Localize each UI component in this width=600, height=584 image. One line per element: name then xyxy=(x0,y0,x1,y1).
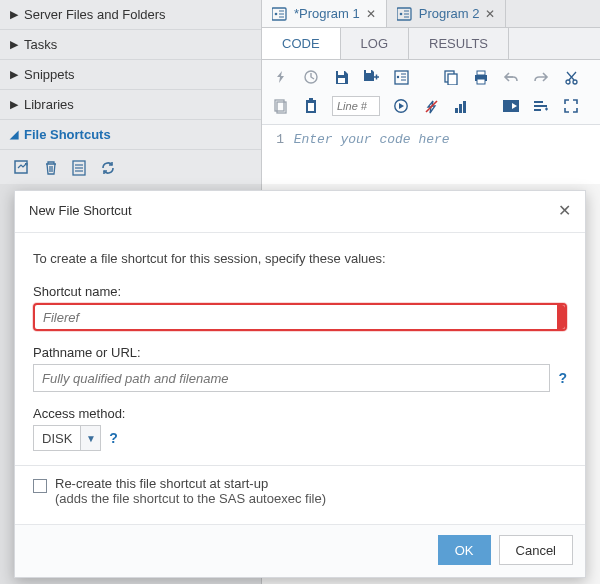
ok-button[interactable]: OK xyxy=(438,535,491,565)
help-icon[interactable]: ? xyxy=(558,370,567,386)
select-value: DISK xyxy=(33,425,81,451)
error-indicator-icon xyxy=(557,305,565,329)
goto-line-input[interactable] xyxy=(332,96,380,116)
sidebar-item-snippets[interactable]: ▶ Snippets xyxy=(0,60,261,90)
svg-point-21 xyxy=(573,80,577,84)
sidebar-item-file-shortcuts[interactable]: ◢ File Shortcuts xyxy=(0,120,261,150)
new-file-shortcut-dialog: New File Shortcut ✕ To create a file sho… xyxy=(14,190,586,578)
sidebar-item-label: File Shortcuts xyxy=(24,127,111,142)
svg-rect-11 xyxy=(338,78,345,83)
caret-right-icon: ▶ xyxy=(10,98,18,111)
caret-right-icon: ▶ xyxy=(10,8,18,21)
cut-icon[interactable] xyxy=(562,68,580,86)
pathname-input[interactable] xyxy=(33,364,550,392)
svg-rect-16 xyxy=(448,74,457,85)
svg-rect-18 xyxy=(477,71,485,75)
debug-icon[interactable] xyxy=(502,97,520,115)
run-icon[interactable] xyxy=(272,68,290,86)
new-shortcut-icon[interactable] xyxy=(14,160,30,176)
program-icon xyxy=(272,7,288,21)
access-method-label: Access method: xyxy=(33,406,567,421)
subtab-results[interactable]: RESULTS xyxy=(409,28,509,59)
save-icon[interactable] xyxy=(332,68,350,86)
sidebar-item-server-files[interactable]: ▶ Server Files and Folders xyxy=(0,0,261,30)
close-icon[interactable]: ✕ xyxy=(485,7,495,21)
subtab-log[interactable]: LOG xyxy=(341,28,409,59)
divider xyxy=(15,465,585,466)
cancel-button[interactable]: Cancel xyxy=(499,535,573,565)
close-icon[interactable]: ✕ xyxy=(366,7,376,21)
shortcut-toolbar xyxy=(0,150,261,186)
sidebar-item-label: Server Files and Folders xyxy=(24,7,166,22)
shortcut-name-label: Shortcut name: xyxy=(33,284,567,299)
recreate-sublabel: (adds the file shortcut to the SAS autoe… xyxy=(55,491,326,506)
sidebar-item-label: Snippets xyxy=(24,67,75,82)
recreate-checkbox[interactable] xyxy=(33,479,47,493)
sidebar-item-libraries[interactable]: ▶ Libraries xyxy=(0,90,261,120)
copy-icon[interactable] xyxy=(442,68,460,86)
copy-clip-icon[interactable] xyxy=(272,97,290,115)
shortcut-name-input[interactable] xyxy=(33,303,567,331)
svg-rect-26 xyxy=(308,103,314,111)
paste-icon[interactable] xyxy=(302,97,320,115)
svg-rect-10 xyxy=(338,71,344,75)
properties-icon[interactable] xyxy=(72,160,86,176)
sidebar-item-tasks[interactable]: ▶ Tasks xyxy=(0,30,261,60)
line-number: 1 xyxy=(270,132,284,147)
pathname-label: Pathname or URL: xyxy=(33,345,567,360)
svg-point-20 xyxy=(566,80,570,84)
svg-rect-12 xyxy=(366,70,371,73)
tab-program-1[interactable]: *Program 1 ✕ xyxy=(262,0,387,27)
recreate-label: Re-create this file shortcut at start-up xyxy=(55,476,326,491)
result-subtabs: CODE LOG RESULTS xyxy=(262,28,600,60)
format-icon[interactable] xyxy=(532,97,550,115)
undo-icon[interactable] xyxy=(502,68,520,86)
dialog-description: To create a file shortcut for this sessi… xyxy=(33,251,567,266)
caret-right-icon: ▶ xyxy=(10,68,18,81)
svg-point-14 xyxy=(396,75,398,77)
program-icon xyxy=(397,7,413,21)
save-as-icon[interactable] xyxy=(362,68,380,86)
history-icon[interactable] xyxy=(302,68,320,86)
access-method-select[interactable]: DISK ▼ xyxy=(33,425,101,451)
editor-tabs: *Program 1 ✕ Program 2 ✕ xyxy=(262,0,600,28)
chevron-down-icon[interactable]: ▼ xyxy=(81,425,101,451)
svg-rect-25 xyxy=(309,98,313,101)
help-icon[interactable]: ? xyxy=(109,430,118,446)
tab-label: Program 2 xyxy=(419,6,480,21)
print-icon[interactable] xyxy=(472,68,490,86)
find-icon[interactable] xyxy=(452,97,470,115)
svg-rect-19 xyxy=(477,79,485,84)
svg-rect-0 xyxy=(15,161,27,173)
clear-icon[interactable] xyxy=(422,97,440,115)
caret-right-icon: ▶ xyxy=(10,38,18,51)
svg-point-8 xyxy=(399,12,402,15)
program-summary-icon[interactable] xyxy=(392,68,410,86)
redo-icon[interactable] xyxy=(532,68,550,86)
sidebar-item-label: Libraries xyxy=(24,97,74,112)
go-icon[interactable] xyxy=(392,97,410,115)
fullscreen-icon[interactable] xyxy=(562,97,580,115)
svg-rect-29 xyxy=(455,108,458,113)
refresh-icon[interactable] xyxy=(100,160,116,176)
delete-icon[interactable] xyxy=(44,160,58,176)
sidebar-item-label: Tasks xyxy=(24,37,57,52)
svg-point-6 xyxy=(275,12,278,15)
tab-program-2[interactable]: Program 2 ✕ xyxy=(387,0,507,27)
svg-rect-30 xyxy=(459,104,462,113)
close-icon[interactable]: ✕ xyxy=(558,201,571,220)
subtab-code[interactable]: CODE xyxy=(262,28,341,59)
svg-rect-31 xyxy=(463,101,466,113)
tab-label: *Program 1 xyxy=(294,6,360,21)
editor-placeholder: Enter your code here xyxy=(294,132,450,147)
code-toolbar xyxy=(262,60,600,125)
caret-down-icon: ◢ xyxy=(10,128,18,141)
dialog-title: New File Shortcut xyxy=(29,203,132,218)
